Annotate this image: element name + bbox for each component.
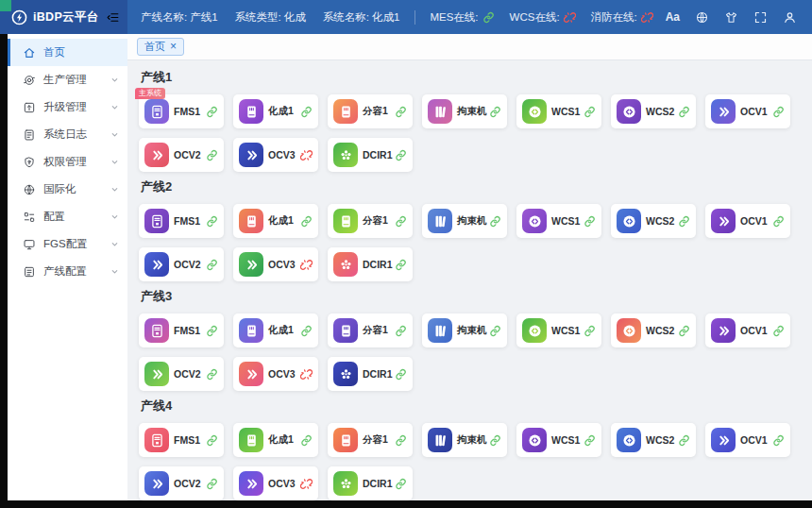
tab-close-icon[interactable]: × bbox=[170, 42, 177, 51]
link-online-icon bbox=[206, 434, 218, 447]
device-card[interactable]: WCS2 bbox=[611, 313, 696, 347]
header-status-item: WCS在线: bbox=[510, 10, 576, 25]
device-card[interactable]: 主系统 FMS1 bbox=[139, 94, 224, 128]
sidebar-item-system-log[interactable]: 系统日志 bbox=[8, 121, 127, 148]
info-label: 产线名称: bbox=[141, 11, 187, 23]
device-card[interactable]: OCV1 bbox=[705, 94, 790, 128]
link-online-icon bbox=[584, 325, 596, 337]
device-label: DCIR1 bbox=[363, 259, 393, 270]
device-card[interactable]: 分容1 bbox=[328, 94, 413, 128]
sidebar-item-upgrade[interactable]: 升级管理 bbox=[8, 93, 127, 121]
device-card[interactable]: WCS2 bbox=[611, 94, 696, 128]
device-card[interactable]: 拘束机 bbox=[422, 204, 507, 238]
link-online-icon bbox=[772, 215, 785, 228]
device-card[interactable]: OCV2 bbox=[139, 357, 224, 391]
link-online-icon bbox=[584, 215, 596, 228]
theme-shirt-icon[interactable] bbox=[724, 10, 738, 25]
device-card[interactable]: 分容1 bbox=[328, 204, 413, 238]
device-card[interactable]: OCV1 bbox=[705, 423, 790, 457]
wcs-circle-icon bbox=[522, 428, 547, 452]
cabinet-icon bbox=[333, 428, 358, 452]
sidebar-item-permission[interactable]: 权限管理 bbox=[8, 148, 127, 176]
device-card[interactable]: OCV2 bbox=[139, 247, 224, 281]
link-online-icon bbox=[489, 434, 501, 447]
device-label: 化成1 bbox=[268, 324, 294, 337]
link-online-icon bbox=[772, 434, 785, 447]
link-online-icon bbox=[584, 106, 596, 118]
device-card[interactable]: OCV1 bbox=[705, 204, 790, 238]
fullscreen-icon[interactable] bbox=[753, 10, 768, 25]
device-card[interactable]: 化成1 bbox=[233, 204, 318, 238]
sidebar-item-config[interactable]: 配置 bbox=[8, 203, 127, 230]
link-online-icon bbox=[584, 434, 596, 447]
books-icon bbox=[428, 99, 452, 124]
device-card[interactable]: OCV2 bbox=[139, 466, 224, 500]
books-icon bbox=[428, 318, 452, 343]
status-label: WCS在线: bbox=[510, 10, 560, 25]
device-label: 化成1 bbox=[268, 214, 294, 228]
production-line-section: 产线3 FMS1 化成1 分容1 拘束机 WCS1 WCS2 bbox=[139, 288, 801, 391]
device-card[interactable]: 分容1 bbox=[328, 313, 413, 347]
ocv-chevrons-icon bbox=[711, 428, 736, 452]
device-card[interactable]: DCIR1 bbox=[328, 466, 413, 500]
device-card[interactable]: OCV3 bbox=[233, 247, 318, 281]
primary-system-badge: 主系统 bbox=[135, 88, 165, 99]
dcir-cluster-icon bbox=[333, 143, 358, 167]
device-card[interactable]: OCV3 bbox=[233, 138, 318, 172]
device-card[interactable]: 拘束机 bbox=[422, 313, 507, 347]
device-card[interactable]: 化成1 bbox=[233, 423, 318, 457]
device-card[interactable]: OCV3 bbox=[233, 357, 318, 391]
device-card[interactable]: WCS1 bbox=[516, 204, 601, 238]
device-card[interactable]: DCIR1 bbox=[328, 138, 413, 172]
user-icon[interactable] bbox=[783, 10, 797, 25]
sidebar-item-production[interactable]: 生产管理 bbox=[8, 66, 127, 93]
info-value: 产线1 bbox=[190, 11, 217, 23]
chevron-down-icon bbox=[110, 266, 120, 277]
link-online-icon bbox=[300, 215, 313, 228]
device-card[interactable]: FMS1 bbox=[139, 313, 224, 347]
device-card[interactable]: OCV1 bbox=[705, 313, 790, 347]
link-online-icon bbox=[678, 106, 690, 118]
device-card[interactable]: OCV2 bbox=[139, 138, 224, 172]
device-card[interactable]: WCS2 bbox=[611, 204, 696, 238]
line-title: 产线3 bbox=[141, 288, 801, 305]
language-globe-icon[interactable] bbox=[695, 10, 709, 25]
line-config-icon bbox=[23, 265, 36, 279]
device-card[interactable]: WCS2 bbox=[611, 423, 696, 457]
device-label: OCV1 bbox=[740, 215, 768, 227]
sidebar-item-label: 配置 bbox=[43, 210, 65, 224]
device-card[interactable]: DCIR1 bbox=[328, 357, 413, 391]
device-card[interactable]: WCS1 bbox=[516, 94, 601, 128]
device-card[interactable]: OCV3 bbox=[233, 466, 318, 500]
production-icon bbox=[23, 74, 36, 87]
device-card[interactable]: 化成1 bbox=[233, 313, 318, 347]
tab-home[interactable]: 首页 × bbox=[137, 38, 184, 56]
font-size-button[interactable]: Aa bbox=[666, 10, 680, 25]
link-online-icon bbox=[300, 434, 313, 447]
collapse-menu-icon[interactable] bbox=[106, 10, 120, 25]
device-card[interactable]: 化成1 bbox=[233, 94, 318, 128]
status-label: MES在线: bbox=[430, 10, 478, 25]
info-value: 化成 bbox=[284, 11, 306, 23]
link-online-icon bbox=[206, 215, 218, 228]
device-card[interactable]: 拘束机 bbox=[422, 423, 507, 457]
cabinet-icon bbox=[333, 99, 358, 124]
header-status-item: 消防在线: bbox=[591, 10, 653, 25]
device-label: WCS1 bbox=[551, 434, 580, 446]
device-card[interactable]: 分容1 bbox=[328, 423, 413, 457]
logo-icon bbox=[11, 9, 27, 25]
sidebar-item-globe[interactable]: 国际化 bbox=[8, 176, 127, 203]
device-card[interactable]: WCS1 bbox=[516, 313, 601, 347]
sidebar-item-line-config[interactable]: 产线配置 bbox=[8, 258, 127, 285]
link-online-icon bbox=[206, 106, 218, 118]
sidebar-item-monitor[interactable]: FGS配置 bbox=[8, 230, 127, 258]
device-card[interactable]: DCIR1 bbox=[328, 247, 413, 281]
device-card[interactable]: 拘束机 bbox=[422, 94, 507, 128]
production-line-section: 产线2 FMS1 化成1 分容1 拘束机 WCS1 WCS2 bbox=[139, 178, 801, 281]
device-label: OCV1 bbox=[740, 325, 768, 336]
device-card[interactable]: FMS1 bbox=[139, 204, 224, 238]
device-label: OCV3 bbox=[268, 478, 296, 489]
device-card[interactable]: FMS1 bbox=[139, 423, 224, 457]
device-card[interactable]: WCS1 bbox=[516, 423, 601, 457]
sidebar-item-home[interactable]: 首页 bbox=[8, 39, 127, 66]
